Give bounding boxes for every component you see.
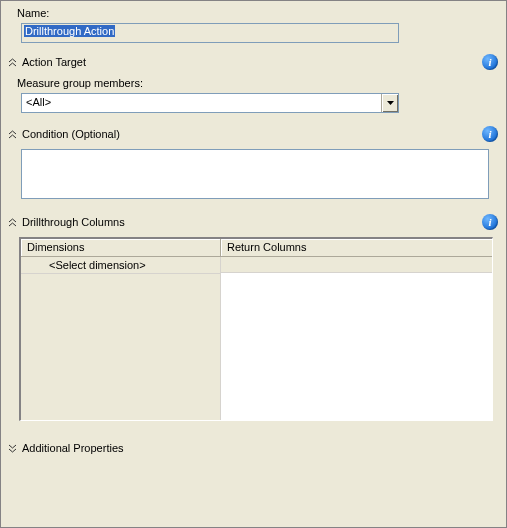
condition-textarea[interactable] <box>21 149 489 199</box>
section-body-action-target: Measure group members: <All> <box>1 73 506 123</box>
select-dimension-cell[interactable]: <Select dimension> <box>21 257 220 274</box>
chevron-up-icon <box>7 217 18 228</box>
measure-group-label: Measure group members: <box>17 77 490 89</box>
section-title: Additional Properties <box>22 442 124 454</box>
action-editor-panel: Name: Drillthrough Action Action Target … <box>0 0 507 528</box>
section-header-drill-columns[interactable]: Drillthrough Columns i <box>1 211 506 233</box>
section-header-condition[interactable]: Condition (Optional) i <box>1 123 506 145</box>
grid-header: Dimensions Return Columns <box>21 239 492 257</box>
chevron-down-icon <box>7 443 18 454</box>
measure-group-value: <All> <box>22 94 381 112</box>
section-body-drill-columns: Dimensions Return Columns <Select dimens… <box>1 233 506 431</box>
column-header-return[interactable]: Return Columns <box>221 239 492 256</box>
section-title: Action Target <box>22 56 86 68</box>
name-row: Name: Drillthrough Action <box>1 1 506 51</box>
section-body-condition <box>1 145 506 211</box>
name-input[interactable]: Drillthrough Action <box>21 23 399 43</box>
section-header-action-target[interactable]: Action Target i <box>1 51 506 73</box>
grid-body: <Select dimension> <box>21 257 492 420</box>
section-title: Condition (Optional) <box>22 128 120 140</box>
chevron-up-icon <box>7 57 18 68</box>
info-icon[interactable]: i <box>482 214 498 230</box>
chevron-up-icon <box>7 129 18 140</box>
dimensions-column: <Select dimension> <box>21 257 221 420</box>
drill-columns-grid: Dimensions Return Columns <Select dimens… <box>19 237 493 421</box>
measure-group-select[interactable]: <All> <box>21 93 399 113</box>
info-icon[interactable]: i <box>482 126 498 142</box>
chevron-down-icon <box>387 101 394 105</box>
name-input-value: Drillthrough Action <box>24 25 115 37</box>
info-icon[interactable]: i <box>482 54 498 70</box>
return-columns-column <box>221 257 492 420</box>
section-title: Drillthrough Columns <box>22 216 125 228</box>
name-label: Name: <box>17 7 496 19</box>
column-header-dimensions[interactable]: Dimensions <box>21 239 221 256</box>
dropdown-button[interactable] <box>381 94 398 112</box>
section-header-additional[interactable]: Additional Properties <box>1 437 506 459</box>
return-columns-cell[interactable] <box>221 257 492 273</box>
